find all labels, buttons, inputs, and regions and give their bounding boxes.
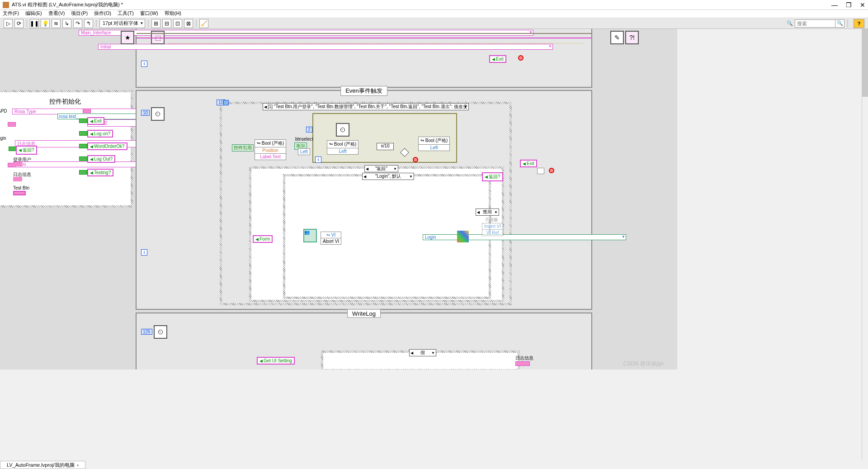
menu-tools[interactable]: 工具(T) bbox=[118, 10, 134, 18]
exit-local2[interactable]: Exit bbox=[87, 117, 104, 125]
scrollbar-thumb[interactable] bbox=[862, 29, 868, 97]
const-125[interactable]: 125 bbox=[141, 329, 152, 335]
event-structure[interactable]: 10 [1] "Test Btn.用户登录", "Test Btn.数据管理",… bbox=[220, 102, 512, 305]
timeout-const-outer[interactable]: 10 bbox=[141, 110, 150, 116]
event-case-selector[interactable]: [1] "Test Btn.用户登录", "Test Btn.数据管理", "T… bbox=[263, 103, 469, 110]
disable-ring[interactable]: 禁用 bbox=[476, 208, 499, 216]
initial-const[interactable]: Initial bbox=[98, 44, 553, 50]
top-loop-frame[interactable]: AutoTest VI Ref AutoTest Main_Interface … bbox=[136, 29, 592, 88]
subpanel-invoke[interactable]: Insert VI VI Ref bbox=[482, 223, 503, 236]
wordorder-local[interactable]: WordOrderOk? bbox=[87, 142, 127, 150]
two-const[interactable]: 2 bbox=[306, 127, 312, 133]
run-continuous-button[interactable]: ⟳ bbox=[14, 19, 24, 28]
case-writelog[interactable]: 假 bbox=[321, 351, 520, 370]
bool-prop-2[interactable]: ↬ Bool (严格) Left bbox=[418, 137, 450, 151]
step-over-button[interactable]: ↷ bbox=[73, 19, 82, 28]
left-sequence-frame[interactable]: 控件初始化 APD Rosa Type rosa test_ 测试类型 日志信息… bbox=[0, 90, 133, 208]
logout-local[interactable]: Log Out? bbox=[87, 155, 115, 163]
return-case-selector[interactable]: "返回" bbox=[364, 165, 398, 172]
login-label: ogin bbox=[0, 136, 6, 141]
form-local-inner[interactable]: Form bbox=[253, 235, 273, 243]
left-frame-title: 控件初始化 bbox=[0, 98, 131, 106]
search-input[interactable] bbox=[795, 19, 835, 28]
return-local[interactable]: 返回? bbox=[16, 146, 37, 155]
retain-wire-button[interactable]: ≋ bbox=[52, 19, 61, 28]
bool-prop-1[interactable]: ↬ Bool (严格) Left bbox=[327, 140, 359, 155]
font-selector[interactable]: 17pt 对话框字体 bbox=[99, 19, 145, 28]
menu-view[interactable]: 查看(V) bbox=[48, 10, 65, 18]
test-btn-ctrl bbox=[13, 191, 26, 195]
menu-project[interactable]: 项目(P) bbox=[71, 10, 88, 18]
login-case-selector[interactable]: "Login", 默认 bbox=[362, 173, 414, 180]
menu-file[interactable]: 文件(F) bbox=[3, 10, 19, 18]
vertical-scrollbar[interactable] bbox=[862, 29, 868, 370]
run-button[interactable]: ▷ bbox=[4, 19, 13, 28]
left-unbundle[interactable]: Left bbox=[298, 148, 310, 155]
pause-button[interactable]: ❚❚ bbox=[30, 19, 39, 28]
vi-invoke-node[interactable]: ↬ VI Abort VI bbox=[321, 232, 341, 245]
align-button[interactable]: ⊞ bbox=[151, 19, 160, 28]
return-local-main[interactable]: 返回? bbox=[482, 172, 503, 181]
inner-case-structure[interactable]: "Login", 默认 Form 👥 ↬ VI Abort VI Login bbox=[283, 174, 491, 299]
menu-edit[interactable]: 编辑(E) bbox=[25, 10, 42, 18]
user-subvi[interactable]: 👥 bbox=[303, 229, 317, 242]
distribute-button[interactable]: ⊟ bbox=[162, 19, 171, 28]
context-help-button[interactable]: ? bbox=[854, 19, 864, 28]
window-controls: — ❐ ✕ bbox=[831, 1, 865, 9]
btnselect-label: btnselect bbox=[295, 137, 313, 142]
search-button[interactable]: 🔍 bbox=[835, 19, 844, 28]
subvi-eraser[interactable]: ✎ bbox=[610, 31, 624, 44]
select-node[interactable] bbox=[400, 148, 409, 157]
menu-operate[interactable]: 操作(O) bbox=[94, 10, 111, 18]
main-interface-const[interactable]: Main_Interface bbox=[79, 30, 533, 36]
subvi-2[interactable]: ⬚ bbox=[151, 31, 165, 44]
for-loop[interactable]: 2 ⏲ btnselect 布尔 ↬ Bool (严格) Left x/10 ↬… bbox=[312, 113, 457, 163]
minimize-button[interactable]: — bbox=[831, 1, 838, 9]
for-loop-iter: i bbox=[315, 156, 321, 163]
testing-local[interactable]: Testing? bbox=[87, 169, 113, 176]
cleanup-button[interactable]: 🧹 bbox=[199, 19, 208, 28]
resize-button[interactable]: ⊡ bbox=[173, 19, 182, 28]
ctrl-ref-const[interactable]: 控件引用 bbox=[232, 144, 254, 152]
wait-subvi-2[interactable]: ⏲ bbox=[336, 123, 349, 137]
search-box: 🔍 🔍 bbox=[787, 19, 844, 28]
block-diagram-canvas[interactable]: AutoTest VI Ref AutoTest Main_Interface … bbox=[0, 29, 677, 370]
writelog-loop[interactable]: WriteLog 125 ⏲ Get UI Setting 假 日志信息 bbox=[136, 313, 592, 370]
outer-case-structure[interactable]: "返回" "Login", 默认 Form 👥 ↬ VI Abort VI Lo… bbox=[249, 166, 504, 302]
exit-local-main[interactable]: Exit bbox=[520, 160, 537, 167]
menu-help[interactable]: 帮助(H) bbox=[165, 10, 181, 18]
menu-window[interactable]: 窗口(W) bbox=[140, 10, 158, 18]
window-title: ATS.vi 程序框图 (LV_AutoFrame.lvproj/我的电脑) * bbox=[12, 1, 123, 8]
maximize-button[interactable]: ❐ bbox=[846, 1, 852, 9]
step-into-button[interactable]: ↳ bbox=[62, 19, 71, 28]
rainbow-icon-2 bbox=[457, 231, 469, 242]
stop-terminal[interactable] bbox=[518, 55, 524, 61]
div-node[interactable]: x/10 bbox=[377, 143, 394, 150]
wait-subvi[interactable]: ⏲ bbox=[151, 107, 165, 121]
app-icon bbox=[3, 2, 9, 8]
loop-iteration-main: i bbox=[141, 249, 147, 256]
watermark: CSDN @详谈jqn bbox=[623, 360, 664, 368]
main-while-loop[interactable]: Even事件触发 10 ⏲ 10 [1] "Test Btn.用户登录", "T… bbox=[136, 90, 592, 310]
title-bar: ATS.vi 程序框图 (LV_AutoFrame.lvproj/我的电脑) *… bbox=[0, 0, 868, 10]
logon-local[interactable]: Log on? bbox=[87, 130, 113, 137]
close-button[interactable]: ✕ bbox=[860, 1, 865, 9]
highlight-button[interactable]: 💡 bbox=[41, 19, 50, 28]
subvi-1[interactable]: ★ bbox=[121, 31, 134, 44]
or-gate[interactable] bbox=[537, 168, 544, 174]
false-case-selector[interactable]: 假 bbox=[409, 349, 436, 356]
wait-subvi-3[interactable]: ⏲ bbox=[154, 325, 167, 339]
exit-local[interactable]: Exit bbox=[489, 55, 506, 63]
loop-stop[interactable] bbox=[549, 168, 554, 173]
log-info-term bbox=[8, 122, 16, 127]
menu-bar: 文件(F) 编辑(E) 查看(V) 项目(P) 操作(O) 工具(T) 窗口(W… bbox=[0, 10, 868, 18]
stop-inner[interactable] bbox=[413, 157, 418, 162]
form-local[interactable]: Form bbox=[13, 161, 144, 167]
step-out-button[interactable]: ↰ bbox=[84, 19, 93, 28]
login-enum[interactable]: Login bbox=[423, 234, 626, 240]
get-ui-local[interactable]: Get UI Setting bbox=[257, 357, 295, 365]
reorder-button[interactable]: ⊠ bbox=[184, 19, 193, 28]
log-info-indicator bbox=[515, 361, 530, 366]
class-prop-node[interactable]: ↬ Bool (严格) Position Label.Text bbox=[255, 139, 286, 160]
subvi-question[interactable]: ?! bbox=[625, 31, 639, 44]
